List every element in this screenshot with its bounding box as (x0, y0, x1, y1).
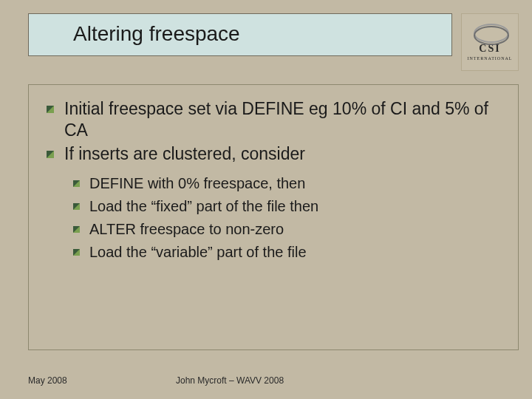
list-item-text: If inserts are clustered, consider (64, 144, 305, 163)
content-box: Initial freespace set via DEFINE eg 10% … (28, 84, 519, 350)
footer-date: May 2008 (28, 375, 168, 386)
list-item-text: Load the “fixed” part of the file then (89, 198, 318, 214)
list-item-text: DEFINE with 0% freespace, then (89, 175, 305, 191)
slide-title: Altering freespace (73, 22, 240, 46)
bullet-icon (47, 106, 54, 113)
bullet-list: Initial freespace set via DEFINE eg 10% … (44, 98, 503, 165)
bullet-icon (73, 203, 80, 210)
list-item-text: Initial freespace set via DEFINE eg 10% … (64, 99, 488, 140)
footer: May 2008 John Mycroft – WAVV 2008 (0, 375, 532, 386)
list-item: Load the “fixed” part of the file then (73, 195, 503, 218)
title-box: Altering freespace (28, 13, 452, 56)
logo-subtext: INTERNATIONAL (468, 56, 513, 61)
csi-logo: CSI INTERNATIONAL (461, 13, 519, 71)
list-item: ALTER freespace to non-zero (73, 218, 503, 241)
logo-text: CSI (479, 44, 500, 54)
bullet-icon (47, 151, 54, 158)
list-item: DEFINE with 0% freespace, then (73, 172, 503, 195)
bullet-icon (73, 180, 80, 187)
list-item: Load the “variable” part of the file (73, 241, 503, 264)
footer-author: John Mycroft – WAVV 2008 (168, 375, 504, 386)
list-item-text: Load the “variable” part of the file (89, 244, 307, 260)
list-item: Initial freespace set via DEFINE eg 10% … (47, 98, 503, 142)
sub-bullet-list: DEFINE with 0% freespace, then Load the … (44, 172, 503, 264)
header-row: Altering freespace CSI INTERNATIONAL (0, 0, 532, 71)
bullet-icon (73, 249, 80, 256)
list-item-text: ALTER freespace to non-zero (89, 221, 284, 237)
list-item: If inserts are clustered, consider (47, 143, 503, 165)
bullet-icon (73, 226, 80, 233)
logo-ellipse-icon (474, 24, 506, 41)
